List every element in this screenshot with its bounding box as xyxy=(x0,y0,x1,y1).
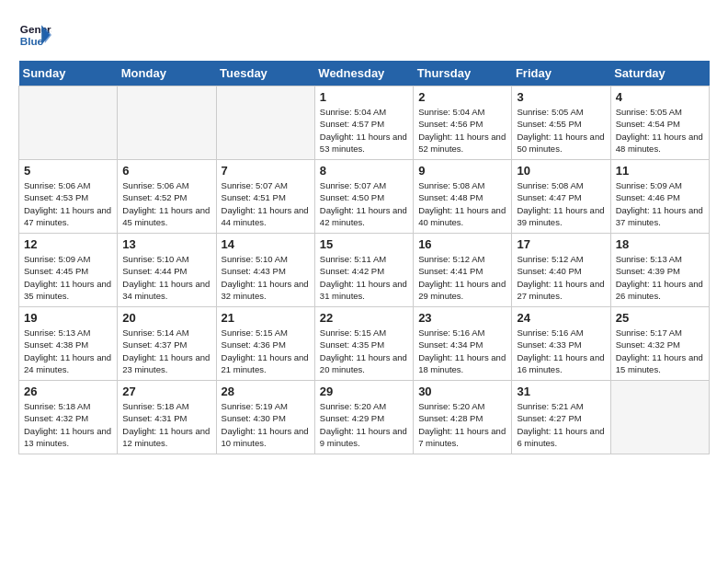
cell-info: Sunrise: 5:15 AM Sunset: 4:36 PM Dayligh… xyxy=(222,327,310,375)
header-sunday: Sunday xyxy=(19,61,118,86)
header-thursday: Thursday xyxy=(414,61,512,86)
header-friday: Friday xyxy=(512,61,610,86)
calendar-week-row: 19Sunrise: 5:13 AM Sunset: 4:38 PM Dayli… xyxy=(19,307,710,381)
day-number: 16 xyxy=(418,237,506,251)
cell-info: Sunrise: 5:08 AM Sunset: 4:48 PM Dayligh… xyxy=(418,179,506,228)
day-number: 3 xyxy=(517,90,605,104)
day-number: 23 xyxy=(418,311,506,325)
day-number: 1 xyxy=(320,90,408,104)
cell-info: Sunrise: 5:16 AM Sunset: 4:34 PM Dayligh… xyxy=(418,327,506,375)
svg-text:Blue: Blue xyxy=(20,35,44,47)
calendar-cell: 26Sunrise: 5:18 AM Sunset: 4:32 PM Dayli… xyxy=(19,381,118,454)
day-number: 22 xyxy=(320,311,408,325)
cell-info: Sunrise: 5:09 AM Sunset: 4:45 PM Dayligh… xyxy=(24,253,112,302)
calendar-cell: 8Sunrise: 5:07 AM Sunset: 4:50 PM Daylig… xyxy=(314,160,413,234)
cell-info: Sunrise: 5:04 AM Sunset: 4:56 PM Dayligh… xyxy=(418,106,506,155)
day-number: 8 xyxy=(320,164,408,178)
day-number: 28 xyxy=(222,385,310,398)
calendar-cell: 12Sunrise: 5:09 AM Sunset: 4:45 PM Dayli… xyxy=(19,234,118,307)
logo: General Blue xyxy=(18,18,51,52)
day-number: 19 xyxy=(24,311,112,325)
day-number: 13 xyxy=(122,237,210,251)
calendar-cell: 31Sunrise: 5:21 AM Sunset: 4:27 PM Dayli… xyxy=(512,381,610,454)
header-saturday: Saturday xyxy=(610,61,709,86)
cell-info: Sunrise: 5:11 AM Sunset: 4:42 PM Dayligh… xyxy=(320,253,408,302)
calendar-cell: 19Sunrise: 5:13 AM Sunset: 4:38 PM Dayli… xyxy=(19,307,118,381)
calendar-cell xyxy=(118,86,216,160)
calendar-cell: 24Sunrise: 5:16 AM Sunset: 4:33 PM Dayli… xyxy=(512,307,610,381)
calendar-week-row: 1Sunrise: 5:04 AM Sunset: 4:57 PM Daylig… xyxy=(19,86,710,160)
cell-info: Sunrise: 5:09 AM Sunset: 4:46 PM Dayligh… xyxy=(616,179,704,228)
calendar-cell: 6Sunrise: 5:06 AM Sunset: 4:52 PM Daylig… xyxy=(118,160,216,234)
cell-info: Sunrise: 5:06 AM Sunset: 4:53 PM Dayligh… xyxy=(24,179,112,228)
calendar-table: Sunday Monday Tuesday Wednesday Thursday… xyxy=(18,61,710,454)
calendar-cell: 1Sunrise: 5:04 AM Sunset: 4:57 PM Daylig… xyxy=(314,86,413,160)
calendar-cell: 5Sunrise: 5:06 AM Sunset: 4:53 PM Daylig… xyxy=(19,160,118,234)
page-header: General Blue xyxy=(18,18,710,52)
calendar-week-row: 12Sunrise: 5:09 AM Sunset: 4:45 PM Dayli… xyxy=(19,234,710,307)
cell-info: Sunrise: 5:06 AM Sunset: 4:52 PM Dayligh… xyxy=(122,179,210,228)
logo-icon: General Blue xyxy=(18,18,51,52)
day-number: 6 xyxy=(122,164,210,178)
cell-info: Sunrise: 5:08 AM Sunset: 4:47 PM Dayligh… xyxy=(517,179,605,228)
calendar-cell: 28Sunrise: 5:19 AM Sunset: 4:30 PM Dayli… xyxy=(216,381,314,454)
day-number: 7 xyxy=(222,164,310,178)
calendar-cell: 14Sunrise: 5:10 AM Sunset: 4:43 PM Dayli… xyxy=(216,234,314,307)
cell-info: Sunrise: 5:18 AM Sunset: 4:31 PM Dayligh… xyxy=(122,400,210,449)
day-number: 18 xyxy=(616,237,704,251)
calendar-cell: 2Sunrise: 5:04 AM Sunset: 4:56 PM Daylig… xyxy=(414,86,512,160)
day-number: 27 xyxy=(122,385,210,398)
day-number: 26 xyxy=(24,385,112,398)
day-number: 29 xyxy=(320,385,408,398)
calendar-cell: 25Sunrise: 5:17 AM Sunset: 4:32 PM Dayli… xyxy=(610,307,709,381)
calendar-cell: 29Sunrise: 5:20 AM Sunset: 4:29 PM Dayli… xyxy=(314,381,413,454)
day-number: 10 xyxy=(517,164,605,178)
calendar-cell: 9Sunrise: 5:08 AM Sunset: 4:48 PM Daylig… xyxy=(414,160,512,234)
day-number: 30 xyxy=(418,385,506,398)
calendar-cell: 4Sunrise: 5:05 AM Sunset: 4:54 PM Daylig… xyxy=(610,86,709,160)
calendar-cell: 16Sunrise: 5:12 AM Sunset: 4:41 PM Dayli… xyxy=(414,234,512,307)
day-number: 14 xyxy=(222,237,310,251)
day-number: 17 xyxy=(517,237,605,251)
day-number: 12 xyxy=(24,237,112,251)
calendar-cell: 30Sunrise: 5:20 AM Sunset: 4:28 PM Dayli… xyxy=(414,381,512,454)
calendar-cell: 20Sunrise: 5:14 AM Sunset: 4:37 PM Dayli… xyxy=(118,307,216,381)
day-number: 11 xyxy=(616,164,704,178)
calendar-cell: 11Sunrise: 5:09 AM Sunset: 4:46 PM Dayli… xyxy=(610,160,709,234)
day-number: 4 xyxy=(616,90,704,104)
calendar-cell: 22Sunrise: 5:15 AM Sunset: 4:35 PM Dayli… xyxy=(314,307,413,381)
days-header-row: Sunday Monday Tuesday Wednesday Thursday… xyxy=(19,61,710,86)
calendar-cell: 10Sunrise: 5:08 AM Sunset: 4:47 PM Dayli… xyxy=(512,160,610,234)
header-wednesday: Wednesday xyxy=(314,61,413,86)
calendar-cell: 23Sunrise: 5:16 AM Sunset: 4:34 PM Dayli… xyxy=(414,307,512,381)
cell-info: Sunrise: 5:13 AM Sunset: 4:39 PM Dayligh… xyxy=(616,253,704,302)
cell-info: Sunrise: 5:14 AM Sunset: 4:37 PM Dayligh… xyxy=(122,327,210,375)
cell-info: Sunrise: 5:15 AM Sunset: 4:35 PM Dayligh… xyxy=(320,327,408,375)
calendar-cell xyxy=(610,381,709,454)
cell-info: Sunrise: 5:13 AM Sunset: 4:38 PM Dayligh… xyxy=(24,327,112,375)
calendar-cell xyxy=(216,86,314,160)
header-tuesday: Tuesday xyxy=(216,61,314,86)
cell-info: Sunrise: 5:05 AM Sunset: 4:55 PM Dayligh… xyxy=(517,106,605,155)
calendar-cell: 18Sunrise: 5:13 AM Sunset: 4:39 PM Dayli… xyxy=(610,234,709,307)
header-monday: Monday xyxy=(118,61,216,86)
cell-info: Sunrise: 5:20 AM Sunset: 4:29 PM Dayligh… xyxy=(320,400,408,449)
day-number: 24 xyxy=(517,311,605,325)
calendar-cell: 7Sunrise: 5:07 AM Sunset: 4:51 PM Daylig… xyxy=(216,160,314,234)
calendar-cell: 13Sunrise: 5:10 AM Sunset: 4:44 PM Dayli… xyxy=(118,234,216,307)
cell-info: Sunrise: 5:05 AM Sunset: 4:54 PM Dayligh… xyxy=(616,106,704,155)
day-number: 20 xyxy=(122,311,210,325)
calendar-cell xyxy=(19,86,118,160)
cell-info: Sunrise: 5:07 AM Sunset: 4:50 PM Dayligh… xyxy=(320,179,408,228)
calendar-week-row: 26Sunrise: 5:18 AM Sunset: 4:32 PM Dayli… xyxy=(19,381,710,454)
day-number: 15 xyxy=(320,237,408,251)
cell-info: Sunrise: 5:19 AM Sunset: 4:30 PM Dayligh… xyxy=(222,400,310,449)
calendar-cell: 21Sunrise: 5:15 AM Sunset: 4:36 PM Dayli… xyxy=(216,307,314,381)
day-number: 25 xyxy=(616,311,704,325)
cell-info: Sunrise: 5:12 AM Sunset: 4:41 PM Dayligh… xyxy=(418,253,506,302)
cell-info: Sunrise: 5:20 AM Sunset: 4:28 PM Dayligh… xyxy=(418,400,506,449)
day-number: 2 xyxy=(418,90,506,104)
cell-info: Sunrise: 5:07 AM Sunset: 4:51 PM Dayligh… xyxy=(222,179,310,228)
day-number: 5 xyxy=(24,164,112,178)
cell-info: Sunrise: 5:12 AM Sunset: 4:40 PM Dayligh… xyxy=(517,253,605,302)
